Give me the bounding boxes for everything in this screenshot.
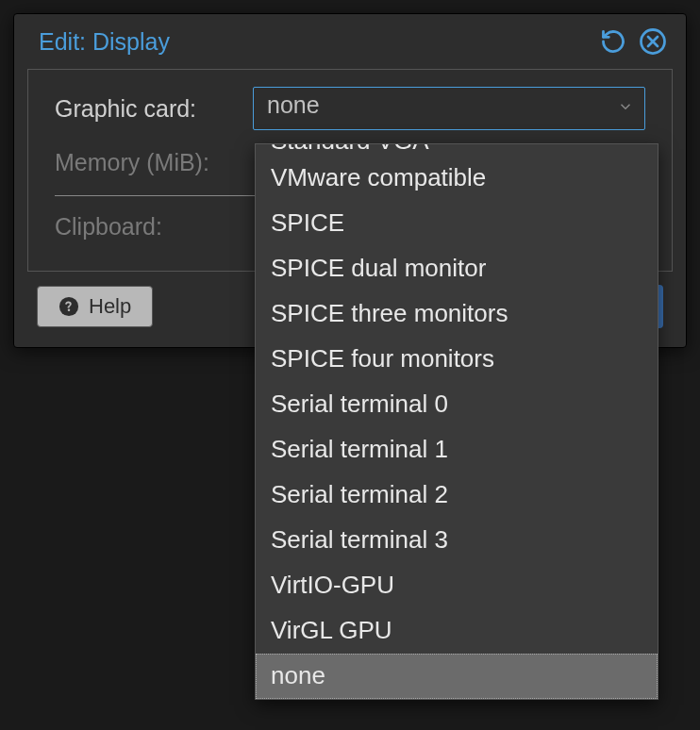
dropdown-item[interactable]: Serial terminal 3 xyxy=(256,518,658,563)
dropdown-item[interactable]: VMware compatible xyxy=(256,156,658,201)
help-icon xyxy=(58,296,79,317)
dropdown-item[interactable]: SPICE three monitors xyxy=(256,291,658,337)
clipboard-label: Clipboard: xyxy=(55,213,253,241)
reset-icon[interactable] xyxy=(599,27,627,56)
help-button[interactable]: Help xyxy=(37,286,153,327)
dropdown-item[interactable]: Standard VGA xyxy=(256,144,658,156)
dropdown-item[interactable]: none xyxy=(256,654,658,699)
memory-label: Memory (MiB): xyxy=(55,149,253,176)
titlebar-actions xyxy=(599,27,667,56)
graphic-card-value: none xyxy=(253,87,645,130)
help-button-label: Help xyxy=(89,294,131,319)
graphic-card-label: Graphic card: xyxy=(55,95,253,123)
dropdown-item[interactable]: VirGL GPU xyxy=(256,608,658,654)
dropdown-item[interactable]: SPICE xyxy=(256,201,658,246)
dropdown-item[interactable]: Serial terminal 0 xyxy=(256,382,658,427)
dropdown-item[interactable]: SPICE four monitors xyxy=(256,337,658,382)
dropdown-item[interactable]: VirtIO-GPU xyxy=(256,563,658,608)
graphic-card-row: Graphic card: none xyxy=(55,87,645,130)
dropdown-item[interactable]: SPICE dual monitor xyxy=(256,246,658,291)
dropdown-item[interactable]: Serial terminal 2 xyxy=(256,473,658,518)
graphic-card-dropdown[interactable]: Standard VGA VMware compatibleSPICESPICE… xyxy=(255,143,658,700)
dropdown-viewport: Standard VGA VMware compatibleSPICESPICE… xyxy=(256,144,658,699)
graphic-card-select[interactable]: none xyxy=(253,87,645,130)
dropdown-item[interactable]: Serial terminal 1 xyxy=(256,427,658,473)
close-icon[interactable] xyxy=(639,27,667,56)
dialog-title: Edit: Display xyxy=(39,28,170,56)
dialog-titlebar: Edit: Display xyxy=(14,14,686,69)
